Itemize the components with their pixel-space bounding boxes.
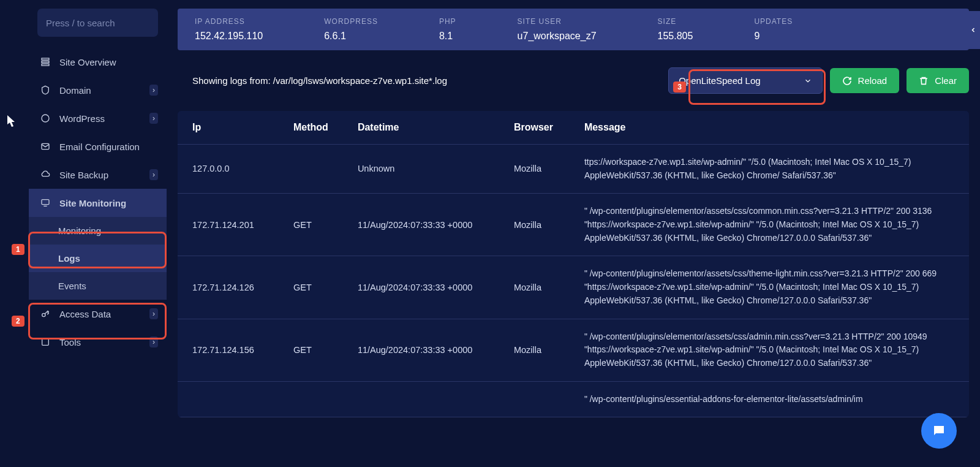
stats-bar: IP ADDRESS 152.42.195.110 WORDPRESS 6.6.… — [178, 9, 969, 50]
stat-label: UPDATES — [754, 17, 793, 26]
svg-rect-2 — [42, 58, 49, 60]
chat-button[interactable] — [921, 413, 957, 449]
cell-message: " /wp-content/plugins/elementor/assets/c… — [570, 319, 969, 381]
sidebar-subitem-events[interactable]: Events — [29, 272, 167, 300]
shield-icon — [40, 85, 51, 96]
search-box[interactable] — [37, 9, 158, 37]
reload-button[interactable]: Reload — [830, 68, 900, 93]
cell-ip: 172.71.124.201 — [178, 194, 279, 256]
sidebar-subitem-monitoring[interactable]: Monitoring — [29, 217, 167, 245]
svg-rect-7 — [42, 200, 49, 205]
dropdown-value: OpenLiteSpeed Log — [679, 75, 760, 86]
cell-method: GET — [279, 194, 343, 256]
stat-wordpress: WORDPRESS 6.6.1 — [324, 17, 378, 42]
sidebar-item-label: WordPress — [59, 113, 105, 124]
table-row: 172.71.124.201GET11/Aug/2024:07:33:33 +0… — [178, 194, 969, 256]
sidebar-item-access-data[interactable]: Access Data › — [29, 300, 167, 328]
cell-ip: 172.71.124.126 — [178, 256, 279, 319]
stat-value: 9 — [754, 31, 793, 42]
cell-ip: 127.0.0.0 — [178, 145, 279, 194]
cell-method — [279, 381, 343, 417]
sidebar-item-overview[interactable]: Site Overview — [29, 48, 167, 76]
th-message: Message — [570, 111, 969, 145]
svg-rect-4 — [42, 64, 49, 66]
button-label: Reload — [858, 75, 888, 86]
stat-value: 8.1 — [439, 31, 456, 42]
sidebar-item-wordpress[interactable]: WordPress › — [29, 104, 167, 132]
svg-point-5 — [42, 115, 49, 122]
annotation-badge-3: 3 — [673, 82, 686, 93]
sidebar-item-monitoring[interactable]: Site Monitoring — [29, 189, 167, 217]
stat-value: 155.805 — [658, 31, 693, 42]
cell-browser: Mozilla — [499, 319, 570, 381]
cell-ip — [178, 381, 279, 417]
stat-label: SIZE — [658, 17, 693, 26]
th-datetime: Datetime — [343, 111, 499, 145]
cell-datetime: 11/Aug/2024:07:33:33 +0000 — [343, 194, 499, 256]
sidebar-item-label: Site Backup — [59, 170, 108, 180]
cloud-icon — [40, 169, 51, 180]
th-browser: Browser — [499, 111, 570, 145]
sidebar-item-domain[interactable]: Domain › — [29, 76, 167, 104]
cell-message: " /wp-content/plugins/elementor/assets/c… — [570, 194, 969, 256]
cell-method: GET — [279, 319, 343, 381]
sidebar-item-label: Email Configuration — [59, 142, 140, 152]
sidebar-item-label: Monitoring — [58, 226, 101, 236]
sidebar-item-tools[interactable]: Tools › — [29, 328, 167, 356]
key-icon — [40, 308, 51, 319]
tools-icon — [40, 336, 51, 347]
button-label: Clear — [935, 75, 957, 86]
sidebar: Site Overview Domain › WordPress › Email… — [29, 0, 167, 467]
logs-from-prefix: Showing logs from: — [192, 75, 273, 86]
cell-datetime: Unknown — [343, 145, 499, 194]
left-gutter — [0, 0, 29, 467]
stat-label: SITE USER — [518, 17, 597, 26]
trash-icon — [919, 76, 929, 86]
reload-icon — [842, 76, 852, 86]
sidebar-item-label: Events — [58, 281, 86, 291]
sidebar-subitem-logs[interactable]: Logs — [29, 245, 167, 272]
chevron-right-icon: › — [149, 336, 158, 347]
stat-updates: UPDATES 9 — [754, 17, 793, 42]
sidebar-item-label: Logs — [58, 253, 80, 264]
stat-ip: IP ADDRESS 152.42.195.110 — [195, 17, 263, 42]
stat-value: 6.6.1 — [324, 31, 378, 42]
controls-row: Showing logs from: /var/log/lsws/workspa… — [178, 67, 969, 94]
stat-label: WORDPRESS — [324, 17, 378, 26]
cell-browser — [499, 381, 570, 417]
log-type-dropdown[interactable]: OpenLiteSpeed Log — [668, 67, 822, 94]
stat-size: SIZE 155.805 — [658, 17, 693, 42]
cell-ip: 172.71.124.156 — [178, 319, 279, 381]
search-input[interactable] — [46, 18, 162, 28]
cell-message: ttps://workspace-z7ve.wp1.site/wp-admin/… — [570, 145, 969, 194]
table-row: 172.71.124.156GET11/Aug/2024:07:33:33 +0… — [178, 319, 969, 381]
cell-message: " /wp-content/plugins/essential-addons-f… — [570, 381, 969, 417]
sidebar-item-label: Domain — [59, 85, 91, 96]
chevron-left-icon — [970, 26, 977, 34]
annotation-badge-2: 2 — [12, 316, 24, 327]
sidebar-item-label: Tools — [59, 337, 81, 347]
th-method: Method — [279, 111, 343, 145]
annotation-badge-1: 1 — [12, 244, 24, 255]
stat-label: PHP — [439, 17, 456, 26]
clear-button[interactable]: Clear — [907, 68, 969, 93]
controls-right: OpenLiteSpeed Log Reload Clear — [668, 67, 969, 94]
svg-point-9 — [42, 313, 45, 316]
th-ip: Ip — [178, 111, 279, 145]
wordpress-icon — [40, 113, 51, 124]
chevron-down-icon — [804, 77, 812, 85]
sidebar-item-label: Site Overview — [59, 57, 116, 67]
chevron-right-icon: › — [149, 169, 158, 180]
monitor-icon — [40, 197, 51, 208]
svg-rect-10 — [42, 339, 49, 346]
cell-datetime: 11/Aug/2024:07:33:33 +0000 — [343, 319, 499, 381]
sidebar-item-backup[interactable]: Site Backup › — [29, 161, 167, 189]
panel-toggle-button[interactable] — [967, 11, 980, 49]
table-row: " /wp-content/plugins/essential-addons-f… — [178, 381, 969, 417]
stat-site-user: SITE USER u7_workspace_z7 — [518, 17, 597, 42]
svg-rect-3 — [42, 61, 49, 63]
stat-value: u7_workspace_z7 — [518, 31, 597, 42]
logs-path-text: Showing logs from: /var/log/lsws/workspa… — [192, 75, 447, 86]
sidebar-item-email[interactable]: Email Configuration — [29, 132, 167, 161]
logs-from-path: /var/log/lsws/workspace-z7ve.wp1.site*.l… — [273, 75, 447, 86]
